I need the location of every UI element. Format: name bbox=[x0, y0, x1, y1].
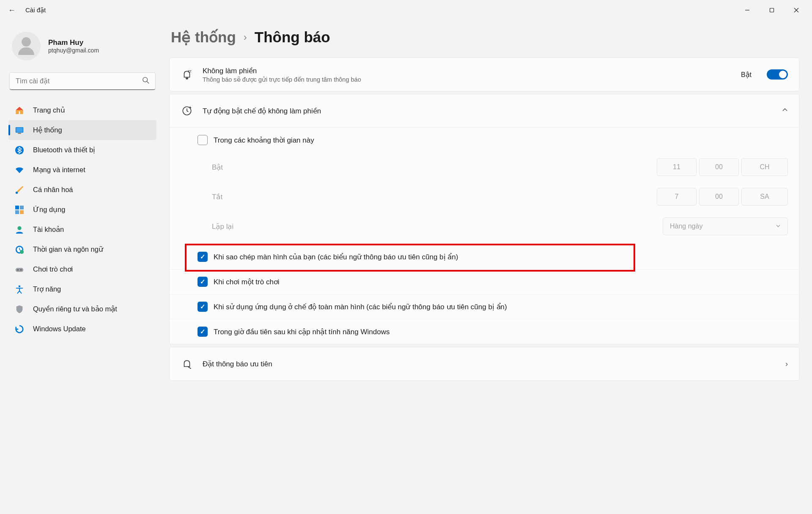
system-icon bbox=[14, 125, 25, 135]
svg-point-20 bbox=[17, 269, 19, 270]
on-ampm[interactable]: CH bbox=[741, 158, 788, 176]
option-during-times[interactable]: Trong các khoảng thời gian này bbox=[170, 128, 799, 152]
maximize-button[interactable] bbox=[760, 2, 784, 19]
sidebar-item-bluetooth[interactable]: Bluetooth và thiết bị bbox=[8, 140, 156, 160]
bluetooth-icon bbox=[14, 145, 25, 155]
brush-icon bbox=[14, 185, 25, 195]
option-playing-game[interactable]: Khi chơi một trò chơi bbox=[170, 269, 799, 294]
nav-label: Trang chủ bbox=[33, 106, 65, 114]
person-icon bbox=[14, 225, 25, 235]
svg-point-21 bbox=[20, 269, 22, 270]
nav-label: Trợ năng bbox=[33, 285, 61, 293]
nav-label: Hệ thống bbox=[33, 126, 62, 134]
sidebar-item-home[interactable]: Trang chủ bbox=[8, 100, 156, 120]
chevron-down-icon bbox=[776, 223, 781, 230]
off-hour[interactable]: 7 bbox=[657, 188, 697, 206]
option-label: Khi sao chép màn hình của bạn (các biểu … bbox=[214, 253, 788, 261]
svg-rect-8 bbox=[18, 133, 21, 134]
checkbox-unchecked[interactable] bbox=[198, 135, 208, 145]
close-button[interactable] bbox=[784, 2, 809, 19]
option-label: Trong giờ đầu tiên sau khi cập nhật tính… bbox=[214, 327, 788, 336]
repeat-select[interactable]: Hàng ngày bbox=[663, 217, 788, 235]
priority-title: Đặt thông báo ưu tiên bbox=[203, 360, 776, 368]
window-title: Cài đặt bbox=[20, 6, 735, 14]
on-hour[interactable]: 11 bbox=[657, 158, 697, 176]
option-label: Khi sử dụng ứng dụng ở chế độ toàn màn h… bbox=[214, 302, 788, 311]
nav-label: Windows Update bbox=[33, 325, 86, 333]
svg-point-18 bbox=[20, 250, 24, 253]
sidebar-item-update[interactable]: Windows Update bbox=[8, 319, 156, 339]
dnd-title: Không làm phiền bbox=[203, 66, 732, 75]
auto-dnd-title: Tự động bật chế độ không làm phiền bbox=[203, 107, 773, 115]
dnd-card[interactable]: zz Không làm phiền Thông báo sẽ được gửi… bbox=[169, 58, 799, 91]
schedule-off-row: Tắt 7 00 SA bbox=[170, 182, 799, 212]
nav-label: Tài khoản bbox=[33, 225, 64, 234]
dnd-toggle[interactable] bbox=[767, 69, 788, 80]
back-button[interactable]: ← bbox=[3, 6, 20, 15]
svg-rect-7 bbox=[16, 128, 23, 132]
on-label: Bật bbox=[212, 163, 657, 172]
svg-rect-12 bbox=[20, 206, 24, 209]
nav-label: Bluetooth và thiết bị bbox=[33, 146, 95, 154]
avatar bbox=[12, 32, 41, 60]
minimize-button[interactable] bbox=[735, 2, 760, 19]
sidebar-item-personalize[interactable]: Cá nhân hoá bbox=[8, 180, 156, 200]
svg-rect-14 bbox=[20, 210, 24, 214]
sidebar-item-privacy[interactable]: Quyền riêng tư và bảo mật bbox=[8, 299, 156, 319]
dnd-subtitle: Thông báo sẽ được gửi trực tiếp đến trun… bbox=[203, 76, 732, 83]
checkbox-checked[interactable] bbox=[198, 327, 208, 337]
checkbox-checked[interactable] bbox=[198, 302, 208, 312]
chevron-right-icon: › bbox=[785, 360, 788, 368]
option-fullscreen-app[interactable]: Khi sử dụng ứng dụng ở chế độ toàn màn h… bbox=[170, 294, 799, 319]
svg-point-10 bbox=[16, 191, 18, 194]
svg-rect-13 bbox=[15, 210, 19, 214]
nav-label: Ứng dụng bbox=[33, 206, 65, 214]
repeat-label: Lặp lại bbox=[212, 222, 663, 231]
clock-icon bbox=[181, 105, 193, 116]
sidebar-item-time[interactable]: Thời gian và ngôn ngữ bbox=[8, 239, 156, 259]
profile-block[interactable]: Pham Huy ptqhuy@gmail.com bbox=[8, 27, 156, 72]
chevron-up-icon bbox=[782, 107, 788, 115]
checkbox-checked[interactable] bbox=[198, 277, 208, 287]
off-ampm[interactable]: SA bbox=[741, 188, 788, 206]
auto-dnd-card: Tự động bật chế độ không làm phiền Trong… bbox=[169, 94, 799, 344]
schedule-repeat-row: Lặp lại Hàng ngày bbox=[170, 212, 799, 245]
profile-email: ptqhuy@gmail.com bbox=[48, 47, 99, 54]
dnd-toggle-label: Bật bbox=[741, 71, 752, 79]
option-after-update[interactable]: Trong giờ đầu tiên sau khi cập nhật tính… bbox=[170, 319, 799, 344]
bell-priority-icon bbox=[181, 358, 193, 369]
svg-point-25 bbox=[190, 368, 191, 369]
clock-globe-icon bbox=[14, 245, 25, 255]
svg-point-22 bbox=[19, 285, 21, 287]
auto-dnd-header[interactable]: Tự động bật chế độ không làm phiền bbox=[170, 94, 799, 127]
gamepad-icon bbox=[14, 264, 25, 275]
sidebar-item-accessibility[interactable]: Trợ năng bbox=[8, 279, 156, 299]
checkbox-checked[interactable] bbox=[198, 252, 208, 262]
sidebar-item-apps[interactable]: Ứng dụng bbox=[8, 200, 156, 220]
svg-rect-11 bbox=[15, 206, 19, 209]
svg-rect-1 bbox=[770, 8, 774, 12]
shield-icon bbox=[14, 304, 25, 314]
nav-label: Cá nhân hoá bbox=[33, 186, 73, 194]
search-input[interactable] bbox=[9, 72, 156, 90]
breadcrumb: Hệ thống › Thông báo bbox=[169, 25, 799, 58]
priority-notifications-card[interactable]: Đặt thông báo ưu tiên › bbox=[169, 347, 799, 381]
svg-point-4 bbox=[143, 77, 148, 82]
schedule-on-row: Bật 11 00 CH bbox=[170, 152, 799, 182]
nav-label: Quyền riêng tư và bảo mật bbox=[33, 305, 117, 313]
off-label: Tắt bbox=[212, 192, 657, 201]
sidebar-item-accounts[interactable]: Tài khoản bbox=[8, 220, 156, 239]
on-minute[interactable]: 00 bbox=[699, 158, 739, 176]
option-duplicating-display[interactable]: Khi sao chép màn hình của bạn (các biểu … bbox=[170, 245, 799, 269]
breadcrumb-parent[interactable]: Hệ thống bbox=[171, 29, 236, 46]
sidebar-item-network[interactable]: Mạng và internet bbox=[8, 160, 156, 180]
wifi-icon bbox=[14, 165, 25, 175]
accessibility-icon bbox=[14, 284, 25, 294]
option-label: Khi chơi một trò chơi bbox=[214, 278, 788, 286]
off-minute[interactable]: 00 bbox=[699, 188, 739, 206]
nav-label: Chơi trò chơi bbox=[33, 265, 73, 273]
page-title: Thông báo bbox=[255, 29, 330, 46]
sidebar-item-gaming[interactable]: Chơi trò chơi bbox=[8, 259, 156, 279]
sidebar-item-system[interactable]: Hệ thống bbox=[8, 120, 156, 140]
profile-name: Pham Huy bbox=[48, 38, 99, 47]
